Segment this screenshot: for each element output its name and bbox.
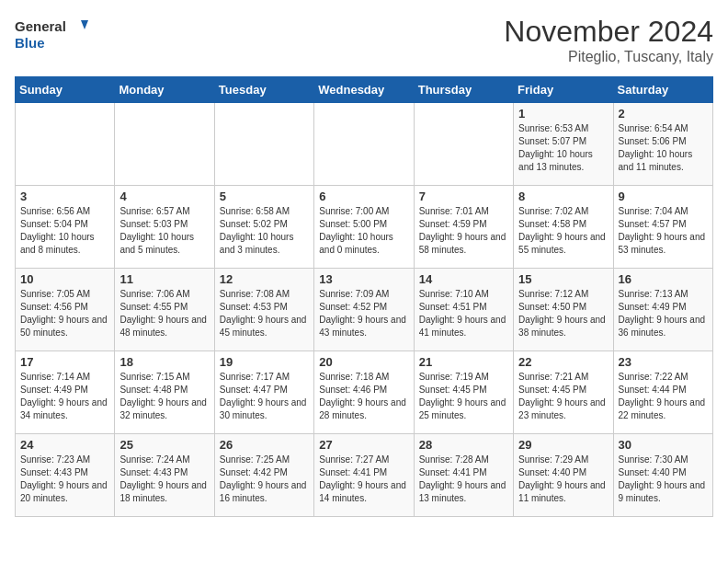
- week-row-3: 10Sunrise: 7:05 AM Sunset: 4:56 PM Dayli…: [16, 269, 713, 351]
- calendar-cell: [115, 103, 214, 186]
- calendar-cell: 8Sunrise: 7:02 AM Sunset: 4:58 PM Daylig…: [514, 186, 613, 269]
- calendar-cell: 3Sunrise: 6:56 AM Sunset: 5:04 PM Daylig…: [16, 186, 115, 269]
- calendar-cell: 2Sunrise: 6:54 AM Sunset: 5:06 PM Daylig…: [613, 103, 712, 186]
- day-info: Sunrise: 7:24 AM Sunset: 4:43 PM Dayligh…: [119, 454, 209, 505]
- day-number: 7: [419, 190, 508, 203]
- day-info: Sunrise: 7:29 AM Sunset: 4:40 PM Dayligh…: [518, 454, 608, 505]
- day-info: Sunrise: 7:15 AM Sunset: 4:48 PM Dayligh…: [119, 371, 209, 422]
- day-info: Sunrise: 7:18 AM Sunset: 4:46 PM Dayligh…: [319, 371, 408, 422]
- day-number: 21: [419, 355, 508, 369]
- calendar-cell: 7Sunrise: 7:01 AM Sunset: 4:59 PM Daylig…: [414, 186, 513, 269]
- calendar-cell: 4Sunrise: 6:57 AM Sunset: 5:03 PM Daylig…: [115, 186, 214, 269]
- day-info: Sunrise: 6:54 AM Sunset: 5:06 PM Dayligh…: [619, 122, 708, 174]
- calendar-cell: 30Sunrise: 7:30 AM Sunset: 4:40 PM Dayli…: [613, 434, 712, 517]
- day-info: Sunrise: 7:21 AM Sunset: 4:45 PM Dayligh…: [518, 371, 608, 422]
- calendar-cell: 12Sunrise: 7:08 AM Sunset: 4:53 PM Dayli…: [214, 269, 313, 351]
- svg-text:Blue: Blue: [15, 35, 45, 51]
- day-number: 3: [20, 190, 109, 203]
- day-info: Sunrise: 7:12 AM Sunset: 4:50 PM Dayligh…: [518, 288, 608, 339]
- day-info: Sunrise: 7:14 AM Sunset: 4:49 PM Dayligh…: [20, 371, 109, 422]
- day-info: Sunrise: 7:10 AM Sunset: 4:51 PM Dayligh…: [419, 288, 508, 339]
- week-row-2: 3Sunrise: 6:56 AM Sunset: 5:04 PM Daylig…: [16, 186, 713, 269]
- weekday-header-saturday: Saturday: [613, 77, 712, 103]
- day-number: 5: [220, 190, 309, 203]
- calendar-cell: 17Sunrise: 7:14 AM Sunset: 4:49 PM Dayli…: [16, 351, 115, 434]
- day-info: Sunrise: 7:00 AM Sunset: 5:00 PM Dayligh…: [319, 205, 408, 257]
- day-number: 23: [619, 355, 708, 369]
- day-number: 24: [20, 438, 109, 452]
- day-number: 13: [319, 272, 408, 286]
- week-row-4: 17Sunrise: 7:14 AM Sunset: 4:49 PM Dayli…: [16, 351, 713, 434]
- calendar-cell: 10Sunrise: 7:05 AM Sunset: 4:56 PM Dayli…: [16, 269, 115, 351]
- day-info: Sunrise: 7:06 AM Sunset: 4:55 PM Dayligh…: [119, 288, 209, 339]
- day-number: 28: [419, 438, 508, 452]
- weekday-header-sunday: Sunday: [16, 77, 115, 103]
- day-number: 14: [419, 272, 508, 286]
- subtitle: Piteglio, Tuscany, Italy: [504, 49, 713, 65]
- logo-svg: General Blue: [15, 15, 88, 55]
- calendar-cell: 27Sunrise: 7:27 AM Sunset: 4:41 PM Dayli…: [314, 434, 414, 517]
- calendar-cell: 15Sunrise: 7:12 AM Sunset: 4:50 PM Dayli…: [514, 269, 613, 351]
- calendar-table: SundayMondayTuesdayWednesdayThursdayFrid…: [15, 76, 713, 517]
- day-info: Sunrise: 7:09 AM Sunset: 4:52 PM Dayligh…: [319, 288, 408, 339]
- day-number: 12: [220, 272, 309, 286]
- day-number: 4: [119, 190, 209, 203]
- day-number: 16: [619, 272, 708, 286]
- calendar-cell: [314, 103, 414, 186]
- day-info: Sunrise: 7:04 AM Sunset: 4:57 PM Dayligh…: [619, 205, 708, 257]
- day-number: 9: [619, 190, 708, 203]
- day-info: Sunrise: 7:08 AM Sunset: 4:53 PM Dayligh…: [220, 288, 309, 339]
- week-row-1: 1Sunrise: 6:53 AM Sunset: 5:07 PM Daylig…: [16, 103, 713, 186]
- calendar-cell: 13Sunrise: 7:09 AM Sunset: 4:52 PM Dayli…: [314, 269, 414, 351]
- calendar-cell: 1Sunrise: 6:53 AM Sunset: 5:07 PM Daylig…: [514, 103, 613, 186]
- day-info: Sunrise: 7:28 AM Sunset: 4:41 PM Dayligh…: [419, 454, 508, 505]
- calendar-cell: 28Sunrise: 7:28 AM Sunset: 4:41 PM Dayli…: [414, 434, 513, 517]
- day-info: Sunrise: 7:05 AM Sunset: 4:56 PM Dayligh…: [20, 288, 109, 339]
- calendar-cell: 6Sunrise: 7:00 AM Sunset: 5:00 PM Daylig…: [314, 186, 414, 269]
- calendar-cell: [414, 103, 513, 186]
- calendar-cell: 20Sunrise: 7:18 AM Sunset: 4:46 PM Dayli…: [314, 351, 414, 434]
- day-info: Sunrise: 6:57 AM Sunset: 5:03 PM Dayligh…: [119, 205, 209, 257]
- day-number: 1: [518, 107, 608, 121]
- day-info: Sunrise: 7:13 AM Sunset: 4:49 PM Dayligh…: [619, 288, 708, 339]
- calendar-cell: 14Sunrise: 7:10 AM Sunset: 4:51 PM Dayli…: [414, 269, 513, 351]
- calendar-cell: 26Sunrise: 7:25 AM Sunset: 4:42 PM Dayli…: [214, 434, 313, 517]
- calendar-cell: 23Sunrise: 7:22 AM Sunset: 4:44 PM Dayli…: [613, 351, 712, 434]
- title-area: November 2024 Piteglio, Tuscany, Italy: [504, 15, 713, 65]
- weekday-header-thursday: Thursday: [414, 77, 513, 103]
- calendar-cell: 22Sunrise: 7:21 AM Sunset: 4:45 PM Dayli…: [514, 351, 613, 434]
- calendar-cell: 19Sunrise: 7:17 AM Sunset: 4:47 PM Dayli…: [214, 351, 313, 434]
- day-info: Sunrise: 7:30 AM Sunset: 4:40 PM Dayligh…: [619, 454, 708, 505]
- day-number: 26: [220, 438, 309, 452]
- day-number: 29: [518, 438, 608, 452]
- calendar-cell: 25Sunrise: 7:24 AM Sunset: 4:43 PM Dayli…: [115, 434, 214, 517]
- day-info: Sunrise: 7:17 AM Sunset: 4:47 PM Dayligh…: [220, 371, 309, 422]
- calendar-cell: 18Sunrise: 7:15 AM Sunset: 4:48 PM Dayli…: [115, 351, 214, 434]
- logo: General Blue: [15, 15, 88, 55]
- day-info: Sunrise: 7:22 AM Sunset: 4:44 PM Dayligh…: [619, 371, 708, 422]
- calendar-cell: 29Sunrise: 7:29 AM Sunset: 4:40 PM Dayli…: [514, 434, 613, 517]
- day-number: 19: [220, 355, 309, 369]
- day-info: Sunrise: 7:19 AM Sunset: 4:45 PM Dayligh…: [419, 371, 508, 422]
- day-info: Sunrise: 7:25 AM Sunset: 4:42 PM Dayligh…: [220, 454, 309, 505]
- svg-text:General: General: [15, 18, 66, 34]
- day-info: Sunrise: 6:53 AM Sunset: 5:07 PM Dayligh…: [518, 122, 608, 174]
- day-info: Sunrise: 7:23 AM Sunset: 4:43 PM Dayligh…: [20, 454, 109, 505]
- calendar-cell: [16, 103, 115, 186]
- day-number: 11: [119, 272, 209, 286]
- day-info: Sunrise: 7:27 AM Sunset: 4:41 PM Dayligh…: [319, 454, 408, 505]
- day-number: 30: [619, 438, 708, 452]
- day-number: 27: [319, 438, 408, 452]
- header: General Blue November 2024 Piteglio, Tus…: [15, 15, 713, 65]
- week-row-5: 24Sunrise: 7:23 AM Sunset: 4:43 PM Dayli…: [16, 434, 713, 517]
- weekday-header-row: SundayMondayTuesdayWednesdayThursdayFrid…: [16, 77, 713, 103]
- day-number: 6: [319, 190, 408, 203]
- day-number: 17: [20, 355, 109, 369]
- svg-marker-2: [81, 20, 88, 29]
- calendar-cell: 11Sunrise: 7:06 AM Sunset: 4:55 PM Dayli…: [115, 269, 214, 351]
- calendar-cell: 21Sunrise: 7:19 AM Sunset: 4:45 PM Dayli…: [414, 351, 513, 434]
- weekday-header-friday: Friday: [514, 77, 613, 103]
- day-number: 10: [20, 272, 109, 286]
- day-info: Sunrise: 6:58 AM Sunset: 5:02 PM Dayligh…: [220, 205, 309, 257]
- day-number: 8: [518, 190, 608, 203]
